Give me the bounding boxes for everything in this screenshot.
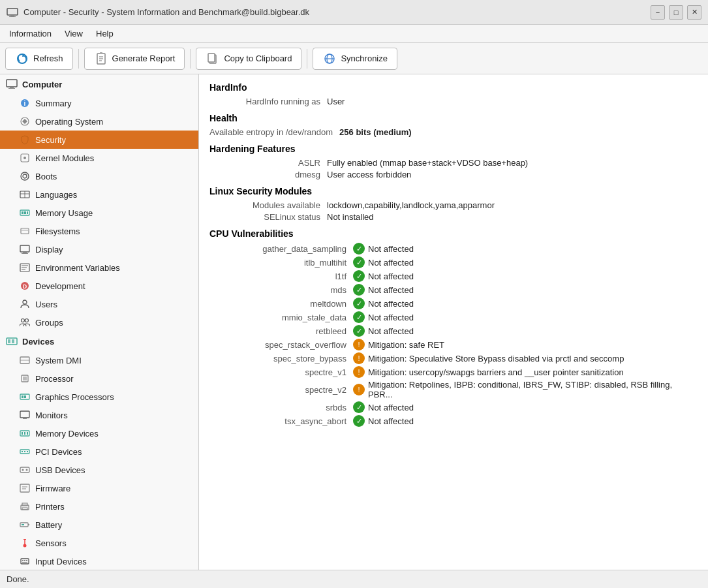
- hardening-dmesg-label: dmesg: [209, 170, 327, 179]
- svg-rect-46: [8, 339, 10, 343]
- sidebar-item-monitors[interactable]: Monitors: [0, 406, 198, 424]
- vuln-label: tsx_async_abort: [209, 416, 353, 426]
- sidebar-item-battery[interactable]: Battery: [0, 516, 198, 534]
- vuln-row: spec_rstack_overflow!Mitigation: safe RE…: [209, 339, 698, 350]
- svg-rect-75: [28, 524, 29, 525]
- memdev-icon: [18, 427, 31, 440]
- sidebar-item-printers[interactable]: Printers: [0, 497, 198, 516]
- languages-label: Languages: [35, 190, 77, 200]
- svg-rect-16: [8, 88, 15, 89]
- sidebar-item-usb-devices[interactable]: USB Devices: [0, 461, 198, 479]
- copy-to-clipboard-button[interactable]: Copy to Clipboard: [196, 48, 301, 70]
- hardening-aslr-label: ASLR: [209, 158, 327, 168]
- sidebar-item-graphics-processors[interactable]: Graphics Processors: [0, 388, 198, 406]
- lsm-selinux-label: SELinux status: [209, 212, 327, 222]
- hardening-aslr-value: Fully enabled (mmap base+stack+VDSO base…: [327, 158, 528, 168]
- menu-view[interactable]: View: [58, 27, 89, 40]
- close-button[interactable]: ✕: [687, 5, 701, 20]
- svg-rect-35: [22, 253, 28, 254]
- vuln-label: spectre_v1: [209, 367, 353, 377]
- devices-label: Devices: [22, 337, 54, 347]
- svg-point-3: [18, 54, 27, 63]
- hardinfo-running-as-value: User: [327, 97, 345, 106]
- svg-rect-2: [9, 16, 16, 17]
- sidebar-item-environment-variables[interactable]: Environment Variables: [0, 258, 198, 277]
- environment-variables-label: Environment Variables: [35, 263, 120, 273]
- sidebar-item-boots[interactable]: Boots: [0, 167, 198, 185]
- synchronize-icon: [322, 52, 337, 66]
- envvar-icon: [18, 261, 31, 274]
- vuln-row: mmio_stale_data✓Not affected: [209, 311, 698, 323]
- svg-text:i: i: [24, 100, 26, 107]
- vuln-row: spec_store_bypass!Mitigation: Speculativ…: [209, 352, 698, 364]
- vuln-text: Mitigation: safe RET: [368, 340, 444, 350]
- sidebar-item-processor[interactable]: Processor: [0, 369, 198, 388]
- sidebar-item-kernel-modules[interactable]: Kernel Modules: [0, 149, 198, 167]
- sidebar-item-summary[interactable]: i Summary: [0, 94, 198, 112]
- window-title: Computer - Security - System Information…: [23, 7, 309, 17]
- development-label: Development: [35, 281, 85, 291]
- boots-icon: [18, 170, 31, 183]
- menu-bar: Information View Help: [0, 25, 708, 43]
- sidebar-section-computer[interactable]: Computer: [0, 74, 198, 94]
- sidebar-item-filesystems[interactable]: Filesystems: [0, 222, 198, 240]
- sidebar-item-memory-devices[interactable]: Memory Devices: [0, 424, 198, 442]
- vuln-row: itlb_multihit✓Not affected: [209, 256, 698, 268]
- svg-rect-14: [7, 80, 17, 87]
- cpu-vulns-title: CPU Vulnerabilities: [209, 228, 698, 239]
- sidebar-item-system-dmi[interactable]: System DMI: [0, 351, 198, 369]
- boots-label: Boots: [35, 172, 57, 181]
- sidebar: Computer i Summary Operating System Secu…: [0, 74, 199, 570]
- summary-label: Summary: [35, 99, 72, 108]
- vuln-text: Not affected: [368, 244, 414, 254]
- os-icon: [18, 115, 31, 128]
- toolbar-separator-1: [78, 49, 79, 69]
- sidebar-item-pci-devices[interactable]: PCI Devices: [0, 442, 198, 461]
- sidebar-item-input-devices[interactable]: Input Devices: [0, 552, 198, 570]
- sidebar-item-sensors[interactable]: Sensors: [0, 534, 198, 552]
- generate-report-button[interactable]: Generate Report: [84, 48, 185, 70]
- sidebar-item-languages[interactable]: Languages: [0, 185, 198, 204]
- vuln-row: spectre_v2!Mitigation: Retpolines, IBPB:…: [209, 380, 698, 399]
- title-bar-left: Computer - Security - System Information…: [7, 7, 309, 18]
- maximize-button[interactable]: □: [669, 5, 683, 20]
- menu-information[interactable]: Information: [3, 27, 58, 40]
- vuln-label: spec_store_bypass: [209, 354, 353, 364]
- refresh-button[interactable]: Refresh: [5, 48, 73, 70]
- status-warn-icon: !: [353, 384, 365, 395]
- svg-rect-32: [21, 230, 29, 231]
- sidebar-section-devices[interactable]: Devices: [0, 332, 198, 351]
- sidebar-item-operating-system[interactable]: Operating System: [0, 112, 198, 131]
- vuln-row: meltdown✓Not affected: [209, 298, 698, 309]
- sidebar-item-groups[interactable]: Groups: [0, 313, 198, 332]
- svg-rect-29: [24, 211, 26, 214]
- gpu-icon: [18, 390, 31, 403]
- battery-icon: [18, 518, 31, 531]
- sidebar-item-users[interactable]: Users: [0, 295, 198, 313]
- kernel-icon: [18, 151, 31, 164]
- svg-rect-33: [20, 245, 29, 252]
- synchronize-button[interactable]: Synchronize: [313, 48, 397, 70]
- copy-to-clipboard-label: Copy to Clipboard: [224, 54, 292, 63]
- lsm-selinux-row: SELinux status Not installed: [209, 212, 698, 222]
- refresh-label: Refresh: [33, 54, 63, 63]
- vuln-label: spec_rstack_overflow: [209, 340, 353, 350]
- sidebar-item-display[interactable]: Display: [0, 240, 198, 258]
- monitor-icon: [18, 409, 31, 422]
- os-label: Operating System: [35, 117, 103, 127]
- status-text: Done.: [7, 574, 29, 584]
- sidebar-item-memory-usage[interactable]: Memory Usage: [0, 204, 198, 222]
- minimize-button[interactable]: −: [651, 5, 665, 20]
- svg-rect-28: [22, 211, 23, 214]
- vuln-label: l1tf: [209, 271, 353, 281]
- sidebar-item-security[interactable]: Security: [0, 131, 198, 149]
- dmi-icon: [18, 354, 31, 367]
- filesystems-icon: [18, 224, 31, 238]
- svg-rect-54: [24, 395, 26, 398]
- sidebar-item-development[interactable]: D Development: [0, 277, 198, 295]
- sidebar-item-firmware[interactable]: Firmware: [0, 479, 198, 497]
- status-ok-icon: ✓: [353, 311, 365, 323]
- vuln-label: meltdown: [209, 299, 353, 309]
- menu-help[interactable]: Help: [89, 27, 120, 40]
- svg-rect-53: [22, 395, 23, 398]
